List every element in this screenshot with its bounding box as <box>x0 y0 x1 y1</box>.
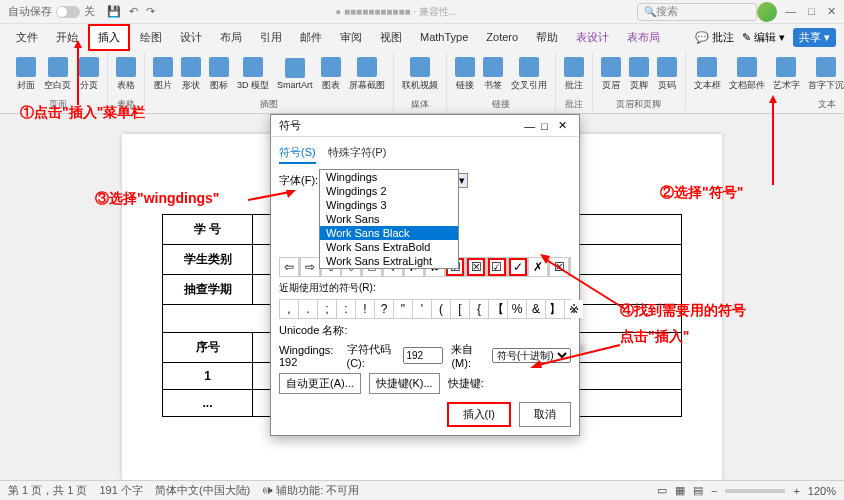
autocorrect-button[interactable]: 自动更正(A)... <box>279 373 361 394</box>
insert-button[interactable]: 插入(I) <box>447 402 511 427</box>
tab-mathtype[interactable]: MathType <box>412 27 476 47</box>
ribbon-文档部件[interactable]: 文档部件 <box>727 55 767 94</box>
ribbon-交叉引用[interactable]: 交叉引用 <box>509 55 549 94</box>
charcode-input[interactable] <box>403 347 443 364</box>
ribbon-艺术字[interactable]: 艺术字 <box>771 55 802 94</box>
recent-symbol[interactable]: ※ <box>565 300 583 318</box>
shortcut-button[interactable]: 快捷键(K)... <box>369 373 440 394</box>
ribbon-首字下沉[interactable]: 首字下沉 <box>806 55 844 94</box>
font-option[interactable]: Work Sans ExtraLight <box>320 254 458 268</box>
from-select[interactable]: 符号(十进制) <box>492 348 571 363</box>
symbol-cell[interactable]: ⇦ <box>280 258 298 276</box>
ribbon-表格[interactable]: 表格 <box>114 55 138 94</box>
recent-symbol[interactable]: . <box>299 300 317 318</box>
tab-draw[interactable]: 绘图 <box>132 26 170 49</box>
undo-icon[interactable]: ↶ <box>129 5 138 18</box>
font-option[interactable]: Work Sans ExtraBold <box>320 240 458 254</box>
ribbon-页脚[interactable]: 页脚 <box>627 55 651 94</box>
redo-icon[interactable]: ↷ <box>146 5 155 18</box>
zoom-slider[interactable] <box>725 489 785 493</box>
dialog-maximize-icon[interactable]: □ <box>541 120 548 132</box>
zoom-out-icon[interactable]: − <box>711 485 717 497</box>
tab-table-layout[interactable]: 表布局 <box>619 26 668 49</box>
ribbon-页眉[interactable]: 页眉 <box>599 55 623 94</box>
cell[interactable]: 学 号 <box>163 215 253 245</box>
tab-mail[interactable]: 邮件 <box>292 26 330 49</box>
view-print-icon[interactable]: ▦ <box>675 484 685 497</box>
symbol-cell[interactable]: ✓ <box>509 258 527 276</box>
font-option[interactable]: Wingdings 3 <box>320 198 458 212</box>
font-option[interactable]: Wingdings 2 <box>320 184 458 198</box>
recent-symbol[interactable]: ? <box>375 300 393 318</box>
tab-layout[interactable]: 布局 <box>212 26 250 49</box>
recent-symbol[interactable]: 【 <box>489 300 507 318</box>
tab-review[interactable]: 审阅 <box>332 26 370 49</box>
recent-symbol[interactable]: " <box>394 300 412 318</box>
ribbon-链接[interactable]: 链接 <box>453 55 477 94</box>
tab-view[interactable]: 视图 <box>372 26 410 49</box>
tab-zotero[interactable]: Zotero <box>478 27 526 47</box>
recent-symbol[interactable]: ! <box>356 300 374 318</box>
dialog-tab-symbols[interactable]: 符号(S) <box>279 145 316 164</box>
dialog-minimize-icon[interactable]: — <box>524 120 535 132</box>
recent-symbol[interactable]: [ <box>451 300 469 318</box>
ribbon-图片[interactable]: 图片 <box>151 55 175 94</box>
ribbon-文本框[interactable]: 文本框 <box>692 55 723 94</box>
recent-symbol[interactable]: ( <box>432 300 450 318</box>
tab-table-design[interactable]: 表设计 <box>568 26 617 49</box>
recent-symbol[interactable]: { <box>470 300 488 318</box>
tab-home[interactable]: 开始 <box>48 26 86 49</box>
zoom-in-icon[interactable]: + <box>793 485 799 497</box>
language-status[interactable]: 简体中文(中国大陆) <box>155 483 250 498</box>
edit-button[interactable]: ✎ 编辑 ▾ <box>742 30 785 45</box>
recent-symbol[interactable]: , <box>280 300 298 318</box>
ribbon-形状[interactable]: 形状 <box>179 55 203 94</box>
share-button[interactable]: 共享 ▾ <box>793 28 836 47</box>
symbol-cell[interactable]: ⇨ <box>301 258 319 276</box>
maximize-icon[interactable]: □ <box>808 5 815 18</box>
ribbon-批注[interactable]: 批注 <box>562 55 586 94</box>
recent-symbol[interactable]: ; <box>318 300 336 318</box>
page-status[interactable]: 第 1 页，共 1 页 <box>8 483 87 498</box>
minimize-icon[interactable]: — <box>785 5 796 18</box>
recent-symbol[interactable]: % <box>508 300 526 318</box>
cancel-button[interactable]: 取消 <box>519 402 571 427</box>
tab-insert[interactable]: 插入 <box>88 24 130 51</box>
tab-references[interactable]: 引用 <box>252 26 290 49</box>
ribbon-联机视频[interactable]: 联机视频 <box>400 55 440 94</box>
ribbon-图标[interactable]: 图标 <box>207 55 231 94</box>
view-web-icon[interactable]: ▤ <box>693 484 703 497</box>
ribbon-3D 模型[interactable]: 3D 模型 <box>235 55 271 94</box>
font-option[interactable]: Work Sans Black <box>320 226 458 240</box>
tab-help[interactable]: 帮助 <box>528 26 566 49</box>
recent-symbol[interactable]: : <box>337 300 355 318</box>
ribbon-屏幕截图[interactable]: 屏幕截图 <box>347 55 387 94</box>
search-input[interactable]: 🔍 搜索 <box>637 3 757 21</box>
symbol-cell[interactable]: ☒ <box>550 258 568 276</box>
ribbon-书签[interactable]: 书签 <box>481 55 505 94</box>
autosave-toggle[interactable]: 自动保存 关 <box>8 4 95 19</box>
view-read-icon[interactable]: ▭ <box>657 484 667 497</box>
avatar[interactable] <box>757 2 777 22</box>
recent-symbol[interactable]: & <box>527 300 545 318</box>
zoom-level[interactable]: 120% <box>808 485 836 497</box>
symbol-cell[interactable]: ☑ <box>488 258 506 276</box>
ribbon-页码[interactable]: 页码 <box>655 55 679 94</box>
ribbon-图表[interactable]: 图表 <box>319 55 343 94</box>
save-icon[interactable]: 💾 <box>107 5 121 18</box>
ribbon-分页[interactable]: 分页 <box>77 55 101 94</box>
dialog-close-icon[interactable]: ✕ <box>554 119 571 132</box>
word-count[interactable]: 191 个字 <box>99 483 142 498</box>
symbol-cell[interactable]: ✗ <box>529 258 547 276</box>
close-icon[interactable]: ✕ <box>827 5 836 18</box>
font-option[interactable]: Wingdings <box>320 170 458 184</box>
tab-design[interactable]: 设计 <box>172 26 210 49</box>
ribbon-SmartArt[interactable]: SmartArt <box>275 56 315 92</box>
comments-button[interactable]: 💬 批注 <box>695 30 734 45</box>
ribbon-封面[interactable]: 封面 <box>14 55 38 94</box>
tab-file[interactable]: 文件 <box>8 26 46 49</box>
ribbon-空白页[interactable]: 空白页 <box>42 55 73 94</box>
recent-symbol[interactable]: 】 <box>546 300 564 318</box>
symbol-cell[interactable]: ☒ <box>467 258 485 276</box>
font-option[interactable]: Work Sans <box>320 212 458 226</box>
